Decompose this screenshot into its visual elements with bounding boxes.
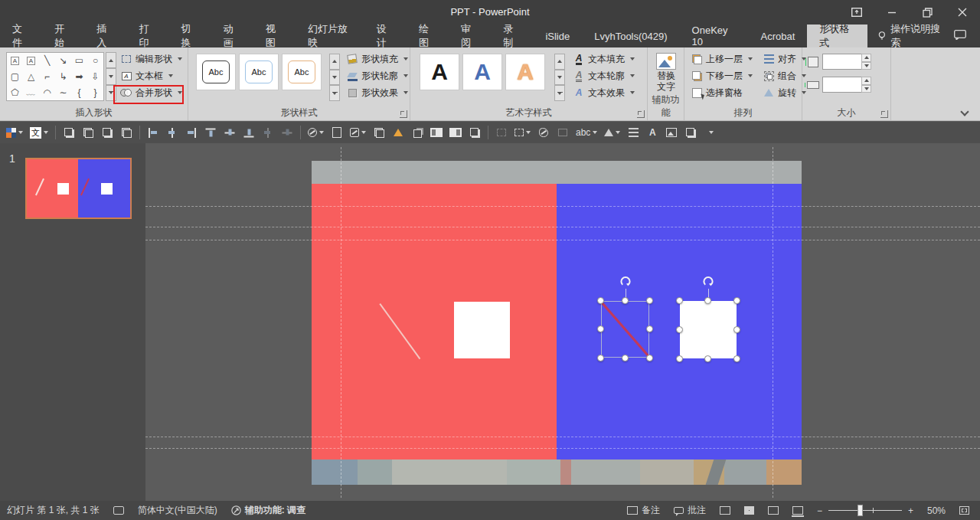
- accessibility-status[interactable]: 辅助功能: 调查: [224, 504, 312, 517]
- shape-down-arrow-icon[interactable]: ⇩: [87, 69, 103, 85]
- merge-shapes-quick-icon[interactable]: [350, 126, 366, 139]
- tab-home[interactable]: 开始: [42, 25, 84, 47]
- slide-layout-2-icon[interactable]: [449, 126, 462, 139]
- shape-styles-scroll-up[interactable]: [329, 54, 340, 70]
- resize-handle[interactable]: [704, 355, 711, 362]
- shape-right-brace-icon[interactable]: }: [87, 84, 103, 100]
- slide-canvas[interactable]: [312, 161, 802, 485]
- selected-line-shape[interactable]: [601, 301, 649, 358]
- ribbon-display-options-icon[interactable]: [839, 0, 874, 25]
- tab-animations[interactable]: 动画: [211, 25, 253, 47]
- height-step-up[interactable]: [861, 54, 871, 62]
- tab-acrobat[interactable]: Acrobat: [748, 25, 807, 47]
- tab-review[interactable]: 审阅: [449, 25, 491, 47]
- freeform-icon[interactable]: [537, 126, 550, 139]
- tab-shape-format[interactable]: 形状格式: [807, 25, 867, 47]
- shape-outline-button[interactable]: 形状轮廓: [343, 67, 411, 84]
- send-to-back-icon[interactable]: [82, 126, 94, 139]
- normal-view-button[interactable]: [713, 506, 737, 515]
- align-middle-icon[interactable]: [224, 126, 236, 139]
- text-outline-button[interactable]: A 文本轮廓: [570, 67, 638, 84]
- bring-forward-icon[interactable]: [101, 126, 113, 139]
- shape-curve-icon[interactable]: ∼: [55, 84, 71, 100]
- shape-style-preview-1[interactable]: Abc: [196, 54, 236, 90]
- shape-effects-button[interactable]: 形状效果: [343, 84, 411, 101]
- wordart-dialog-launcher[interactable]: [637, 110, 645, 118]
- animation-painter-icon[interactable]: [392, 126, 404, 139]
- white-square-red-half[interactable]: [454, 302, 510, 358]
- tell-me-search[interactable]: 操作说明搜索: [867, 25, 954, 47]
- shape-line-icon[interactable]: ╲: [39, 53, 55, 69]
- shape-style-preview-3[interactable]: Abc: [282, 54, 322, 90]
- slide-sorter-button[interactable]: [737, 506, 761, 515]
- shape-rectangle-icon[interactable]: ▭: [71, 53, 87, 69]
- character-spacing-icon[interactable]: A: [646, 126, 658, 139]
- resize-handle[interactable]: [646, 297, 653, 304]
- size-dialog-launcher[interactable]: [880, 110, 888, 118]
- language-status[interactable]: 简体中文(中国大陆): [131, 504, 224, 517]
- shape-arc-icon[interactable]: ◠: [39, 84, 55, 100]
- shape-quick-style-icon[interactable]: [308, 126, 324, 139]
- display-settings-icon[interactable]: [106, 506, 131, 515]
- shape-elbow-arrow-icon[interactable]: ↳: [55, 69, 71, 85]
- placeholder-image-icon[interactable]: [665, 126, 678, 139]
- gallery-more-button[interactable]: [106, 85, 116, 101]
- shape-left-brace-icon[interactable]: {: [71, 84, 87, 100]
- tab-view[interactable]: 视图: [253, 25, 296, 47]
- resize-handle[interactable]: [646, 355, 653, 361]
- shape-triangle-icon[interactable]: △: [23, 69, 39, 85]
- resize-handle[interactable]: [733, 355, 740, 362]
- align-center-icon[interactable]: [166, 126, 178, 139]
- reading-view-button[interactable]: [761, 506, 786, 515]
- shape-oval-icon[interactable]: ○: [87, 53, 103, 69]
- bring-forward-button[interactable]: 上移一层: [688, 51, 756, 67]
- gallery-scroll-down[interactable]: [106, 68, 116, 84]
- send-backward-icon[interactable]: [120, 126, 132, 139]
- tab-transitions[interactable]: 切换: [169, 25, 211, 47]
- shape-fill-button[interactable]: 形状填充: [343, 51, 411, 67]
- zoom-slider[interactable]: [828, 510, 902, 511]
- fit-to-window-button[interactable]: [952, 506, 980, 515]
- rotation-handle[interactable]: [619, 275, 632, 289]
- comments-toggle[interactable]: 批注: [667, 504, 713, 517]
- align-top-icon[interactable]: [204, 126, 217, 139]
- wordart-scroll-down[interactable]: [554, 70, 565, 86]
- selection-cursor-icon[interactable]: [469, 126, 481, 139]
- resize-handle[interactable]: [597, 355, 604, 361]
- resize-handle[interactable]: [733, 326, 740, 333]
- bring-to-front-icon[interactable]: [63, 126, 75, 139]
- resize-handle[interactable]: [676, 355, 683, 362]
- shape-gallery[interactable]: A A ╲ ↘ ▭ ○ ▢ △ ⌐ ↳ ➡ ⇩ ⬠ ﹏ ◠ ∼ { }: [6, 52, 104, 101]
- slide-red-half[interactable]: [312, 184, 557, 459]
- shape-elbow-icon[interactable]: ⌐: [39, 69, 55, 85]
- text-effects-button[interactable]: A 文本效果: [570, 84, 638, 101]
- selected-white-square[interactable]: [680, 301, 737, 358]
- merge-shapes-button[interactable]: 合并形状: [117, 84, 185, 101]
- text-fill-button[interactable]: A 文本填充: [570, 51, 638, 67]
- align-right-icon[interactable]: [185, 126, 198, 139]
- slide-layout-1-icon[interactable]: [430, 126, 443, 139]
- shape-freeform-icon[interactable]: ⬠: [7, 84, 23, 100]
- send-backward-button[interactable]: 下移一层: [688, 67, 756, 84]
- tab-islide[interactable]: iSlide: [533, 25, 582, 47]
- resize-handle[interactable]: [622, 297, 629, 304]
- theme-colors-icon[interactable]: [6, 126, 23, 139]
- slide-blue-half[interactable]: [557, 184, 802, 459]
- shape-right-arrow-icon[interactable]: ➡: [71, 69, 87, 85]
- resize-handle[interactable]: [646, 325, 653, 332]
- resize-handle[interactable]: [704, 297, 711, 304]
- resize-handle[interactable]: [597, 325, 604, 332]
- wordart-preview-1[interactable]: A: [420, 54, 459, 90]
- collapse-ribbon-button[interactable]: [960, 110, 969, 116]
- resize-handle[interactable]: [622, 355, 629, 361]
- tab-insert[interactable]: 插入: [84, 25, 126, 47]
- tab-file[interactable]: 文件: [0, 25, 42, 47]
- edit-shape-button[interactable]: 编辑形状: [117, 51, 185, 67]
- align-bottom-icon[interactable]: [243, 126, 255, 139]
- toolbar-overflow-icon[interactable]: [704, 126, 716, 139]
- wordart-preview-2[interactable]: A: [462, 54, 502, 90]
- zoom-in-button[interactable]: +: [906, 505, 920, 516]
- tab-onekey[interactable]: OneKey 10: [680, 25, 749, 47]
- zoom-level[interactable]: 50%: [920, 505, 952, 516]
- rotation-handle[interactable]: [701, 275, 715, 289]
